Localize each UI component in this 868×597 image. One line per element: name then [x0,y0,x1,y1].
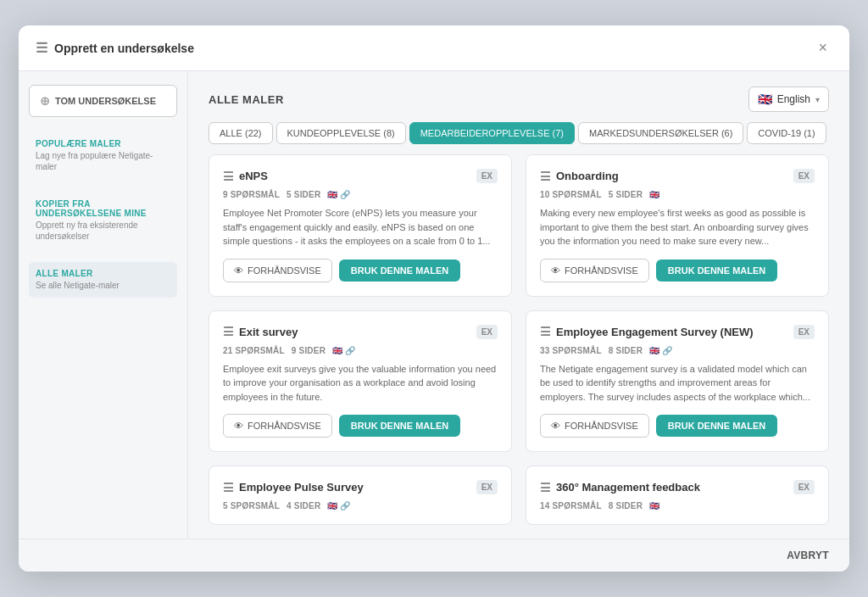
doc-icon: ☰ [540,481,551,494]
doc-icon: ☰ [540,170,551,183]
tab-marked[interactable]: MARKEDSUNDERSØKELSER (6) [578,122,743,144]
card-exit-meta: 21 SPØRSMÅL 9 SIDER 🇬🇧 🔗 [223,346,498,355]
management-sider: 8 SIDER [609,501,643,511]
main-title: ALLE MALER [209,93,284,106]
eye-icon: 👁 [551,265,560,276]
sidebar-all-sub: Se alle Netigate-maler [36,280,170,291]
card-exit-desc: Employee exit surveys give you the valua… [223,362,498,405]
sidebar: ⊕ TOM UNDERSØKELSE POPULÆRE MALER Lag ny… [19,71,188,538]
main-content: ALLE MALER 🇬🇧 English ▾ ALLE (22) KUNDEO… [188,71,849,538]
enps-sporsmal: 9 SPØRSMÅL [223,190,280,199]
card-enps-header: ☰ eNPS EX [223,169,498,183]
tab-alle[interactable]: ALLE (22) [209,122,273,144]
sidebar-item-popular[interactable]: POPULÆRE MALER Lag nye fra populære Neti… [29,132,177,179]
card-management-title: 360° Management feedback [556,481,700,494]
sidebar-item-all[interactable]: ALLE MALER Se alle Netigate-maler [29,262,177,298]
management-sporsmal: 14 SPØRSMÅL [540,501,602,511]
sidebar-copy-sub: Opprett ny fra eksisterende undersøkelse… [36,220,170,242]
onboarding-use-button[interactable]: BRUK DENNE MALEN [656,259,778,282]
modal-header: ☰ Opprett en undersøkelse × [19,25,849,71]
card-pulse-badge: EX [476,480,498,494]
chevron-down-icon: ▾ [815,95,820,104]
doc-icon: ☰ [540,325,551,338]
onboarding-sporsmal: 10 SPØRSMÅL [540,190,602,199]
card-pulse: ☰ Employee Pulse Survey EX 5 SPØRSMÅL 4 … [209,466,512,525]
engagement-use-button[interactable]: BRUK DENNE MALEN [656,415,778,437]
card-management-badge: EX [793,480,815,494]
onboarding-flags: 🇬🇧 [649,190,659,199]
pulse-sporsmal: 5 SPØRSMÅL [223,501,280,511]
card-exit: ☰ Exit survey EX 21 SPØRSMÅL 9 SIDER 🇬🇧 … [209,310,512,453]
card-pulse-title: Employee Pulse Survey [239,481,364,494]
sidebar-all-title: ALLE MALER [36,269,170,278]
tab-medarbeider[interactable]: MEDARBEIDEROPPLEVELSE (7) [409,122,575,144]
modal: ☰ Opprett en undersøkelse × ⊕ TOM UNDERS… [19,25,849,572]
plus-icon: ⊕ [40,94,50,108]
card-engagement-badge: EX [793,325,815,339]
pulse-sider: 4 SIDER [287,501,320,511]
lang-label: English [777,93,810,105]
enps-sider: 5 SIDER [287,190,320,199]
card-onboarding-badge: EX [793,169,815,183]
language-selector[interactable]: 🇬🇧 English ▾ [748,86,829,112]
card-exit-actions: 👁 FORHÅNDSVISE BRUK DENNE MALEN [223,414,498,438]
onboarding-preview-button[interactable]: 👁 FORHÅNDSVISE [540,259,649,282]
card-enps-actions: 👁 FORHÅNDSVISE BRUK DENNE MALEN [223,259,498,282]
sidebar-popular-sub: Lag nye fra populære Netigate-maler [36,150,170,172]
modal-title: Opprett en undersøkelse [54,42,194,55]
cards-area: ☰ eNPS EX 9 SPØRSMÅL 5 SIDER 🇬🇧 🔗 Employ… [188,154,849,538]
tab-kundeopplevelse[interactable]: KUNDEOPPLEVELSE (8) [276,122,406,144]
card-engagement-meta: 33 SPØRSMÅL 8 SIDER 🇬🇧 🔗 [540,346,815,355]
close-button[interactable]: × [813,37,832,59]
tab-covid[interactable]: COVID-19 (1) [747,122,826,144]
enps-use-button[interactable]: BRUK DENNE MALEN [339,259,461,282]
sidebar-popular-title: POPULÆRE MALER [36,139,170,148]
exit-use-button[interactable]: BRUK DENNE MALEN [339,415,461,437]
card-exit-header: ☰ Exit survey EX [223,325,498,339]
card-onboarding-header: ☰ Onboarding EX [540,169,815,183]
engagement-flags: 🇬🇧 🔗 [649,346,672,355]
card-management-header: ☰ 360° Management feedback EX [540,480,815,494]
card-engagement-actions: 👁 FORHÅNDSVISE BRUK DENNE MALEN [540,414,815,438]
eye-icon: 👁 [234,265,243,276]
card-enps-desc: Employee Net Promoter Score (eNPS) lets … [223,206,498,248]
enps-preview-button[interactable]: 👁 FORHÅNDSVISE [223,259,332,282]
main-header: ALLE MALER 🇬🇧 English ▾ [188,71,849,122]
doc-icon: ☰ [223,325,234,338]
card-pulse-header: ☰ Employee Pulse Survey EX [223,480,498,494]
empty-survey-button[interactable]: ⊕ TOM UNDERSØKELSE [29,85,177,117]
exit-preview-button[interactable]: 👁 FORHÅNDSVISE [223,414,332,438]
tab-bar: ALLE (22) KUNDEOPPLEVELSE (8) MEDARBEIDE… [188,122,849,154]
doc-icon: ☰ [223,170,234,183]
enps-flags: 🇬🇧 🔗 [327,190,350,199]
sidebar-item-copy[interactable]: KOPIER FRA UNDERSØKELSENE MINE Opprett n… [29,192,177,248]
card-management: ☰ 360° Management feedback EX 14 SPØRSMÅ… [526,466,829,525]
card-onboarding-meta: 10 SPØRSMÅL 5 SIDER 🇬🇧 [540,190,815,199]
exit-flags: 🇬🇧 🔗 [332,346,355,355]
cards-grid: ☰ eNPS EX 9 SPØRSMÅL 5 SIDER 🇬🇧 🔗 Employ… [209,154,829,525]
card-onboarding-desc: Making every new employee's first weeks … [540,206,815,248]
engagement-sider: 8 SIDER [609,346,643,355]
card-exit-title: Exit survey [239,326,298,338]
card-onboarding-actions: 👁 FORHÅNDSVISE BRUK DENNE MALEN [540,259,815,282]
cancel-button[interactable]: AVBRYT [787,550,829,561]
card-engagement-desc: The Netigate engagement survey is a vali… [540,362,815,405]
engagement-preview-button[interactable]: 👁 FORHÅNDSVISE [540,414,649,438]
flag-uk-icon: 🇬🇧 [758,92,772,106]
exit-sider: 9 SIDER [292,346,326,355]
modal-title-row: ☰ Opprett en undersøkelse [36,40,194,56]
card-engagement-header: ☰ Employee Engagement Survey (NEW) EX [540,325,815,339]
modal-body: ⊕ TOM UNDERSØKELSE POPULÆRE MALER Lag ny… [19,71,849,538]
card-enps: ☰ eNPS EX 9 SPØRSMÅL 5 SIDER 🇬🇧 🔗 Employ… [209,154,512,297]
card-engagement: ☰ Employee Engagement Survey (NEW) EX 33… [526,310,829,453]
card-onboarding: ☰ Onboarding EX 10 SPØRSMÅL 5 SIDER 🇬🇧 M… [526,154,829,297]
card-onboarding-title: Onboarding [556,170,619,182]
card-pulse-meta: 5 SPØRSMÅL 4 SIDER 🇬🇧 🔗 [223,501,498,511]
card-management-meta: 14 SPØRSMÅL 8 SIDER 🇬🇧 [540,501,815,511]
pulse-flags: 🇬🇧 🔗 [327,501,350,511]
card-exit-badge: EX [476,325,498,339]
document-icon: ☰ [36,40,47,56]
eye-icon: 👁 [551,421,560,431]
onboarding-sider: 5 SIDER [609,190,643,199]
card-enps-title: eNPS [239,170,268,182]
